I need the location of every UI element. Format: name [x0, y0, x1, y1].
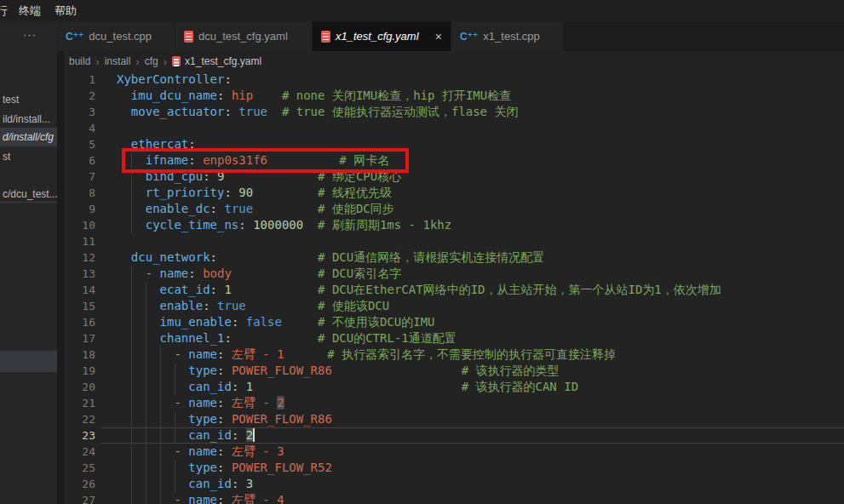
code-token — [232, 331, 318, 345]
code-token: 左臂 - 4 — [232, 493, 284, 504]
breadcrumb-segment[interactable]: install — [105, 55, 131, 67]
code-token: can_id — [188, 428, 232, 442]
code-token — [117, 315, 160, 329]
line-number[interactable]: 11 — [64, 233, 95, 249]
code-line[interactable]: 27 - name: 左臂 - 4 — [64, 492, 844, 504]
line-number[interactable]: 8 — [64, 185, 95, 201]
line-number[interactable]: 4 — [64, 120, 95, 136]
code-token — [238, 315, 245, 329]
line-number[interactable]: 13 — [64, 266, 95, 282]
code-line[interactable]: 26 can_id: 3 — [64, 476, 844, 492]
line-number[interactable]: 18 — [64, 346, 95, 363]
code-line[interactable]: 10 cycle_time_ns: 1000000 # 刷新周期1ms - 1k… — [64, 217, 844, 233]
line-number[interactable]: 19 — [64, 363, 95, 379]
code-token: : — [210, 250, 217, 264]
code-text: enable_dc: true # 使能DC同步 — [117, 201, 394, 217]
code-text: enable: true # 使能该DCU — [117, 298, 389, 314]
line-number[interactable]: 6 — [64, 152, 95, 169]
code-line[interactable]: 1XyberController: — [64, 72, 844, 88]
line-number[interactable]: 25 — [64, 460, 95, 476]
menu-item[interactable]: 终端 — [19, 3, 41, 19]
code-line[interactable]: 24 - name: 左臂 - 3 — [64, 444, 844, 460]
code-line[interactable]: 6 ifname: enp0s31f6 # 网卡名 — [64, 152, 844, 169]
line-number[interactable]: 21 — [64, 395, 95, 411]
sidebar-item[interactable]: st — [3, 151, 10, 163]
menu-bar: 行终端帮助 — [0, 0, 844, 21]
code-area[interactable]: 1XyberController:2 imu_dcu_name: hip # n… — [64, 72, 844, 504]
menu-item[interactable]: 行 — [0, 3, 8, 19]
code-text: - name: 左臂 - 2 — [117, 395, 284, 411]
code-token: 1 — [224, 283, 231, 296]
line-number[interactable]: 14 — [64, 282, 95, 298]
tab-close-icon[interactable]: × — [435, 31, 442, 43]
code-line[interactable]: 11 — [64, 233, 844, 249]
line-number[interactable]: 7 — [64, 169, 95, 185]
code-line[interactable]: 23 can_id: 2 — [64, 427, 844, 444]
code-line[interactable]: 4 — [64, 120, 844, 136]
line-number[interactable]: 27 — [64, 492, 95, 504]
line-number[interactable]: 17 — [64, 330, 95, 346]
line-number[interactable]: 24 — [64, 444, 95, 460]
code-line[interactable]: 20 can_id: 1 # 该执行器的CAN ID — [64, 379, 844, 395]
breadcrumb-segment[interactable]: cfg — [145, 55, 158, 67]
line-number[interactable]: 15 — [64, 298, 95, 314]
line-number[interactable]: 12 — [64, 249, 95, 266]
code-token — [232, 283, 318, 296]
code-token: name — [188, 347, 217, 361]
code-line[interactable]: 22 type: POWER_FLOW_R86 — [64, 411, 844, 427]
code-line[interactable]: 25 type: POWER_FLOW_R52 — [64, 460, 844, 476]
editor-pane[interactable]: build›install›cfg›x1_test_cfg.yaml 1Xybe… — [64, 51, 844, 504]
code-line[interactable]: 8 rt_priority: 90 # 线程优先级 — [64, 185, 844, 201]
more-actions-ellipsis-icon[interactable]: ··· — [23, 28, 37, 41]
code-token: : — [224, 331, 231, 345]
code-text: type: POWER_FLOW_R86 — [117, 411, 332, 427]
code-text: dcu_network: # DCU通信网络，请根据实机连接情况配置 — [117, 249, 544, 266]
code-line[interactable]: 3 move_actuator: true # true 使能执行器运动测试，f… — [64, 104, 844, 120]
sidebar-item[interactable]: c/dcu_test... — [3, 188, 57, 200]
code-token: name — [188, 396, 217, 410]
tab-dcu_test_cfg.yaml[interactable]: dcu_test_cfg.yaml — [175, 21, 312, 51]
sidebar-item[interactable]: d/install/cfg — [3, 131, 54, 143]
code-line[interactable]: 9 enable_dc: true # 使能DC同步 — [64, 201, 844, 217]
line-number[interactable]: 9 — [64, 201, 95, 217]
line-number[interactable]: 20 — [64, 379, 95, 395]
code-line[interactable]: 12 dcu_network: # DCU通信网络，请根据实机连接情况配置 — [64, 249, 844, 266]
tab-x1_test_cfg.yaml[interactable]: x1_test_cfg.yaml× — [313, 21, 451, 51]
menu-item[interactable]: 帮助 — [55, 3, 77, 19]
line-number[interactable]: 22 — [64, 411, 95, 427]
line-number[interactable]: 10 — [64, 217, 95, 233]
code-line[interactable]: 21 - name: 左臂 - 2 — [64, 395, 844, 411]
code-token: name — [188, 493, 217, 504]
sidebar-item[interactable]: ild/install... — [3, 113, 50, 125]
code-line[interactable]: 7 bind_cpu: 9 # 绑定CPU核心 — [64, 169, 844, 185]
line-number[interactable]: 3 — [64, 104, 95, 120]
code-line[interactable]: 15 enable: true # 使能该DCU — [64, 298, 844, 314]
line-number[interactable]: 16 — [64, 314, 95, 330]
panel-editor-gap[interactable] — [57, 51, 64, 504]
code-line[interactable]: 18 - name: 左臂 - 1 # 执行器索引名字，不需要控制的执行器可直接… — [64, 346, 844, 363]
tab-dcu_test.cpp[interactable]: C⁺⁺dcu_test.cpp — [57, 21, 175, 51]
code-token: # 不使用该DCU的IMU — [318, 315, 434, 329]
sidebar-item[interactable]: test — [3, 94, 19, 106]
code-line[interactable]: 2 imu_dcu_name: hip # none 关闭IMU检查，hip 打… — [64, 88, 844, 104]
breadcrumb-segment[interactable]: build — [69, 55, 90, 67]
tab-x1_test.cpp[interactable]: C⁺⁺x1_test.cpp — [451, 21, 563, 51]
line-number[interactable]: 26 — [64, 476, 95, 492]
line-number[interactable]: 1 — [64, 72, 95, 88]
tab-label: dcu_test.cpp — [89, 30, 152, 43]
side-panel[interactable]: ··· testild/install...d/install/cfgstc/d… — [0, 21, 57, 504]
line-number[interactable]: 23 — [64, 427, 95, 444]
line-number[interactable]: 5 — [64, 136, 95, 152]
code-line[interactable]: 14 ecat_id: 1 # DCU在EtherCAT网络中的ID，从主站开始… — [64, 282, 844, 298]
code-line[interactable]: 16 imu_enable: false # 不使用该DCU的IMU — [64, 314, 844, 330]
code-token: true — [217, 299, 246, 312]
code-line[interactable]: 19 type: POWER_FLOW_R86 # 该执行器的类型 — [64, 363, 844, 379]
code-text: imu_enable: false # 不使用该DCU的IMU — [117, 314, 435, 330]
line-number[interactable]: 2 — [64, 88, 95, 104]
breadcrumb-file[interactable]: x1_test_cfg.yaml — [172, 55, 261, 67]
code-line[interactable]: 5 ethercat: — [64, 136, 844, 152]
code-token: ethercat — [131, 137, 188, 151]
code-line[interactable]: 17 channel_1: # DCU的CTRL-1通道配置 — [64, 330, 844, 346]
code-line[interactable]: 13 - name: body # DCU索引名字 — [64, 266, 844, 282]
code-token — [117, 412, 188, 426]
